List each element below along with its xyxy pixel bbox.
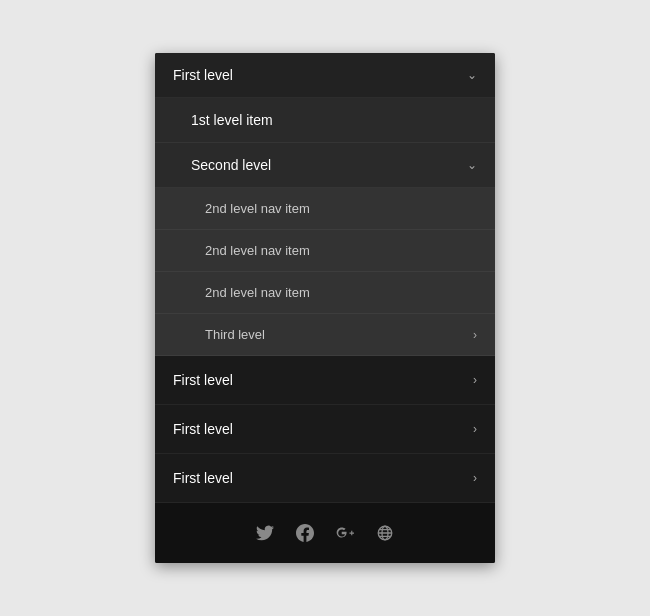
twitter-icon[interactable] [253,521,277,545]
google-plus-icon[interactable] [333,521,357,545]
first-level-item-open[interactable]: First level ⌄ [155,53,495,98]
first-child-label: 1st level item [191,112,273,128]
first-level-3-label: First level [173,421,233,437]
second-level-nav-item-2[interactable]: 2nd level nav item [155,230,495,272]
nav-item-3-label: 2nd level nav item [205,285,310,300]
first-level-item-3[interactable]: First level › [155,405,495,454]
globe-icon[interactable] [373,521,397,545]
chevron-down-icon: ⌄ [467,68,477,82]
nav-item-1-label: 2nd level nav item [205,201,310,216]
third-level-item[interactable]: Third level › [155,314,495,356]
first-level-2-chevron-right-icon: › [473,373,477,387]
first-level-label: First level [173,67,233,83]
social-footer [155,503,495,563]
first-level-3-chevron-right-icon: › [473,422,477,436]
third-level-chevron-right-icon: › [473,328,477,342]
second-level-label: Second level [191,157,271,173]
third-level-label: Third level [205,327,265,342]
second-level-nav-item-3[interactable]: 2nd level nav item [155,272,495,314]
first-level-4-label: First level [173,470,233,486]
first-level-item-2[interactable]: First level › [155,356,495,405]
second-level-nav-item-1[interactable]: 2nd level nav item [155,188,495,230]
second-level-chevron-down-icon: ⌄ [467,158,477,172]
first-level-4-chevron-right-icon: › [473,471,477,485]
first-level-2-label: First level [173,372,233,388]
nav-item-2-label: 2nd level nav item [205,243,310,258]
first-level-item-4[interactable]: First level › [155,454,495,503]
facebook-icon[interactable] [293,521,317,545]
nav-menu: First level ⌄ 1st level item Second leve… [155,53,495,563]
first-child-item[interactable]: 1st level item [155,98,495,143]
second-level-item[interactable]: Second level ⌄ [155,143,495,188]
